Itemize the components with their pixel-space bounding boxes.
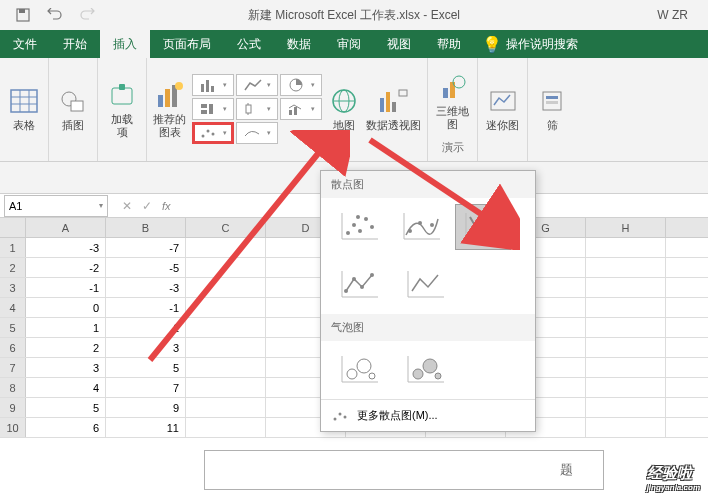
cell[interactable]: 9 [106,398,186,417]
scatter-smooth-option[interactable] [455,204,511,250]
line-chart-button[interactable]: ▾ [236,74,278,96]
cell[interactable] [186,258,266,277]
hierarchy-chart-button[interactable]: ▾ [192,98,234,120]
3d-map-button[interactable]: 三维地 图 [436,71,469,131]
scatter-markers-option[interactable] [331,204,387,250]
select-all-corner[interactable] [0,218,26,237]
col-header[interactable]: A [26,218,106,237]
cell[interactable] [586,418,666,437]
cell[interactable]: -3 [26,238,106,257]
tab-home[interactable]: 开始 [50,30,100,58]
bubble-option[interactable] [331,347,387,393]
cell[interactable]: -2 [26,258,106,277]
save-button[interactable] [10,4,36,26]
cell[interactable] [586,338,666,357]
cell[interactable]: 2 [26,338,106,357]
col-header[interactable]: B [106,218,186,237]
cell[interactable] [186,298,266,317]
tables-button[interactable]: 表格 [8,85,40,132]
cell[interactable] [186,338,266,357]
map-button[interactable]: 地图 [328,85,360,132]
enter-formula-button[interactable]: ✓ [142,199,152,213]
illustrations-button[interactable]: 插图 [57,85,89,132]
tab-formulas[interactable]: 公式 [224,30,274,58]
scatter-smooth-lines-option[interactable] [393,204,449,250]
cell[interactable] [586,278,666,297]
cancel-formula-button[interactable]: ✕ [122,199,132,213]
scatter-straight-markers-option[interactable] [331,262,387,308]
cell[interactable]: -7 [106,238,186,257]
row-header[interactable]: 10 [0,418,26,437]
addins-button[interactable]: 加载 项 [106,79,138,139]
redo-button[interactable] [74,4,100,26]
cell[interactable]: 5 [26,398,106,417]
scatter-straight-option[interactable] [397,262,453,308]
cell[interactable]: -1 [26,278,106,297]
statistic-chart-button[interactable]: ▾ [236,98,278,120]
cell[interactable] [586,298,666,317]
row-header[interactable]: 7 [0,358,26,377]
row-header[interactable]: 4 [0,298,26,317]
cell[interactable]: 1 [26,318,106,337]
cell[interactable]: 0 [26,298,106,317]
row-header[interactable]: 5 [0,318,26,337]
cell[interactable]: 4 [26,378,106,397]
undo-button[interactable] [42,4,68,26]
svg-point-79 [344,415,347,418]
cell[interactable] [586,358,666,377]
cell[interactable] [186,398,266,417]
svg-rect-38 [450,82,455,98]
cell[interactable] [586,398,666,417]
cell[interactable]: 3 [26,358,106,377]
cell[interactable] [586,258,666,277]
tab-pagelayout[interactable]: 页面布局 [150,30,224,58]
row-header[interactable]: 3 [0,278,26,297]
scatter-chart-button[interactable]: ▾ [192,122,234,144]
row-header[interactable]: 2 [0,258,26,277]
tab-review[interactable]: 审阅 [324,30,374,58]
cell[interactable] [586,318,666,337]
tab-data[interactable]: 数据 [274,30,324,58]
cell[interactable] [186,278,266,297]
cell[interactable] [186,318,266,337]
sparkline-button[interactable]: 迷你图 [486,85,519,132]
tab-help[interactable]: 帮助 [424,30,474,58]
recommended-charts-button[interactable]: 推荐的 图表 [153,79,186,139]
bubble-3d-option[interactable] [397,347,453,393]
cell[interactable]: 6 [26,418,106,437]
cell[interactable] [186,358,266,377]
surface-chart-button[interactable]: ▾ [236,122,278,144]
row-header[interactable]: 8 [0,378,26,397]
row-header[interactable]: 1 [0,238,26,257]
cell[interactable]: -5 [106,258,186,277]
col-header[interactable]: H [586,218,666,237]
tab-file[interactable]: 文件 [0,30,50,58]
fx-icon[interactable]: fx [162,200,171,212]
column-chart-button[interactable]: ▾ [192,74,234,96]
cell[interactable]: -3 [106,278,186,297]
cell[interactable]: 1 [106,318,186,337]
cell[interactable]: 5 [106,358,186,377]
pie-chart-button[interactable]: ▾ [280,74,322,96]
combo-chart-button[interactable]: ▾ [280,98,322,120]
cell[interactable] [186,238,266,257]
tab-insert[interactable]: 插入 [100,30,150,58]
embedded-chart[interactable]: 题 [204,450,604,490]
row-header[interactable]: 9 [0,398,26,417]
cell[interactable]: 11 [106,418,186,437]
row-header[interactable]: 6 [0,338,26,357]
cell[interactable] [586,378,666,397]
filter-button[interactable]: 筛 [536,85,568,132]
cell[interactable]: 3 [106,338,186,357]
tab-view[interactable]: 视图 [374,30,424,58]
more-scatter-charts-button[interactable]: 更多散点图(M)... [321,399,535,431]
cell[interactable] [186,378,266,397]
pivot-chart-button[interactable]: 数据透视图 [366,85,421,132]
cell[interactable] [186,418,266,437]
cell[interactable] [586,238,666,257]
tell-me-search[interactable]: 💡 操作说明搜索 [482,30,578,58]
cell[interactable]: -1 [106,298,186,317]
cell[interactable]: 7 [106,378,186,397]
name-box[interactable]: A1 ▾ [4,195,108,217]
col-header[interactable]: C [186,218,266,237]
